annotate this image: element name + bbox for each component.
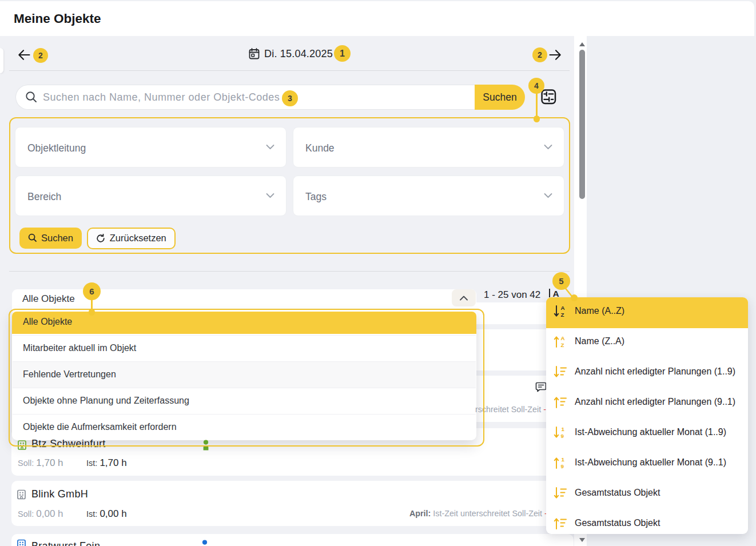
svg-text:1: 1 xyxy=(562,426,565,432)
svg-text:9: 9 xyxy=(561,463,564,469)
svg-text:Z: Z xyxy=(561,342,564,348)
svg-text:A: A xyxy=(561,305,565,311)
svg-text:A: A xyxy=(561,335,565,341)
svg-text:1: 1 xyxy=(562,456,565,463)
svg-text:Z: Z xyxy=(561,312,564,318)
svg-text:9: 9 xyxy=(561,433,564,439)
